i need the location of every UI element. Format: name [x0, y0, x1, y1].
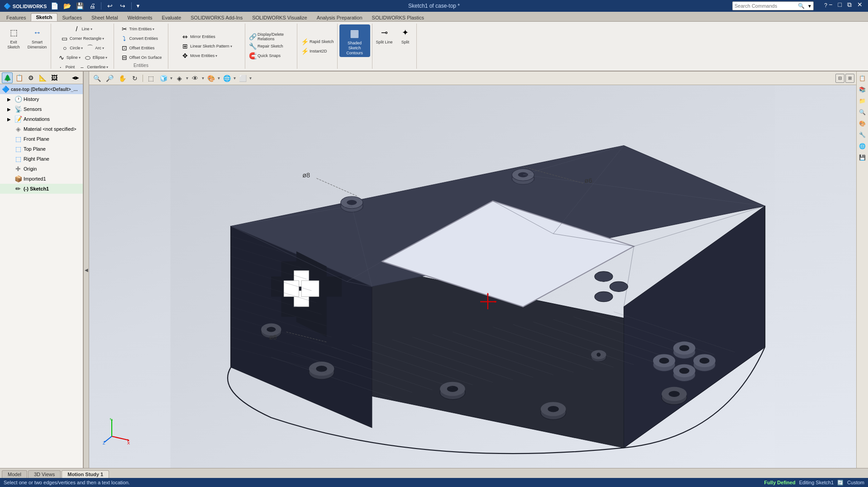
tab-solidworks-add-ins[interactable]: SOLIDWORKS Add-Ins — [186, 14, 247, 21]
panel-options-btn[interactable]: ◀▶ — [70, 72, 81, 83]
split-btn[interactable]: ✦ Split — [396, 24, 415, 46]
quick-access-redo[interactable]: ↪ — [118, 1, 128, 11]
feature-tree-btn[interactable]: 🌲 — [2, 72, 13, 83]
trim-entities-btn[interactable]: ✂ Trim Entities ▾ — [119, 24, 156, 33]
search-input[interactable] — [733, 3, 796, 9]
quick-access-open[interactable]: 📂 — [62, 1, 72, 11]
tree-item-sketch1[interactable]: ▶ ✏ (-) Sketch1 — [0, 184, 83, 194]
right-panel-btn-3[interactable]: 📁 — [858, 96, 868, 106]
tab-weldments[interactable]: Weldments — [123, 14, 157, 21]
property-manager-btn[interactable]: 📋 — [14, 72, 24, 83]
quick-access-new[interactable]: 📄 — [49, 1, 59, 11]
quick-access-print[interactable]: 🖨 — [87, 1, 97, 11]
tree-item-annotations[interactable]: ▶ 📝 Annotations — [0, 114, 83, 124]
tab-sheet-metal[interactable]: Sheet Metal — [87, 14, 123, 21]
left-panel: 🌲 📋 ⚙ 📐 🖼 ◀▶ 🔷 case-top (Default<<Defaul… — [0, 72, 84, 468]
restore-view-btn[interactable]: ⊞ — [845, 74, 854, 83]
tab-analysis-preparation[interactable]: Analysis Preparation — [312, 14, 367, 21]
zoom-in-btn[interactable]: 🔎 — [104, 72, 115, 84]
tab-model[interactable]: Model — [2, 470, 27, 478]
linear-sketch-pattern-btn[interactable]: ⊞ Linear Sketch Pattern ▾ — [180, 42, 234, 51]
pan-btn[interactable]: ✋ — [116, 72, 128, 84]
split-line-btn[interactable]: ⊸ Split Line — [374, 24, 395, 46]
zoom-to-fit-btn[interactable]: 🔍 — [91, 72, 103, 84]
titlebar: 🔷 SOLIDWORKS 📄 📂 💾 🖨 ↩ ↪ ▼ Sketch1 of ca… — [0, 0, 868, 12]
search-icon[interactable]: 🔍 — [796, 3, 806, 9]
centerline-btn[interactable]: -- Centerline ▾ — [76, 62, 110, 72]
display-style-btn[interactable]: ◈ — [173, 72, 185, 84]
smart-dimension-btn[interactable]: ↔ Smart Dimension — [25, 24, 49, 51]
quick-access-undo[interactable]: ↩ — [105, 1, 115, 11]
scene-btn[interactable]: 🌐 — [221, 72, 233, 84]
minimize-btn[interactable]: − — [827, 1, 834, 9]
offset-entities-btn[interactable]: ⊡ Offset Entities — [119, 43, 156, 53]
close-btn[interactable]: ✕ — [855, 1, 864, 9]
feature-tree: 🔷 case-top (Default<<Default>_Display S … — [0, 84, 83, 468]
tab-solidworks-visualize[interactable]: SOLIDWORKS Visualize — [248, 14, 311, 21]
tab-features[interactable]: Features — [2, 14, 30, 21]
convert-entities-btn[interactable]: ⤵ Convert Entities — [119, 34, 160, 43]
tab-motion-study[interactable]: Motion Study 1 — [62, 470, 109, 478]
tree-item-material[interactable]: ▶ ◈ Material <not specified> — [0, 124, 83, 134]
selection-filter[interactable]: ▼ — [135, 3, 140, 9]
panel-collapse[interactable]: ◀ — [84, 72, 89, 468]
restore-btn[interactable]: □ — [836, 1, 844, 9]
shaded-sketch-contours-btn[interactable]: ▦ Shaded Sketch Contours — [339, 24, 370, 57]
viewport[interactable]: ø8 ø6 ø6 X Y — [89, 85, 856, 468]
circle-btn[interactable]: ○ Circle ▾ — [59, 43, 84, 53]
maximize-btn[interactable]: ⧉ — [845, 1, 854, 9]
mirror-entities-btn[interactable]: ⇔ Mirror Entities — [180, 32, 217, 41]
right-panel-btn-7[interactable]: 🌐 — [858, 141, 868, 151]
tree-root[interactable]: 🔷 case-top (Default<<Default>_Display S — [0, 84, 83, 94]
right-panel-btn-2[interactable]: 📚 — [858, 85, 868, 95]
offset-on-surface-btn[interactable]: ⊟ Offset On Surface — [119, 53, 163, 62]
editing-status: Editing Sketch1 — [799, 480, 834, 485]
corner-rect-btn[interactable]: ▭ Corner Rectangle ▾ — [59, 34, 106, 43]
tab-sketch[interactable]: Sketch — [31, 13, 57, 21]
tree-item-top-plane[interactable]: ▶ ⬚ Top Plane — [0, 144, 83, 154]
appearances-btn[interactable]: 🎨 — [205, 72, 217, 84]
svg-point-63 — [548, 406, 558, 412]
line-btn[interactable]: / Line ▾ — [71, 24, 93, 33]
tree-item-right-plane[interactable]: ▶ ⬚ Right Plane — [0, 154, 83, 164]
tree-item-front-plane[interactable]: ▶ ⬚ Front Plane — [0, 134, 83, 144]
tab-solidworks-plastics[interactable]: SOLIDWORKS Plastics — [367, 14, 429, 21]
svg-text:ø6: ø6 — [585, 177, 592, 184]
tab-3d-views[interactable]: 3D Views — [28, 470, 61, 478]
search-dropdown[interactable]: ▼ — [806, 4, 813, 9]
configuration-manager-btn[interactable]: ⚙ — [25, 72, 36, 83]
move-entities-btn[interactable]: ✥ Move Entities ▾ — [180, 51, 219, 60]
exit-sketch-btn[interactable]: ⬚ Exit Sketch — [3, 24, 24, 51]
tab-surfaces[interactable]: Surfaces — [58, 14, 86, 21]
svg-text:Y: Y — [109, 418, 112, 421]
rotate-btn[interactable]: ↻ — [129, 72, 141, 84]
standard-views-btn[interactable]: ⬚ — [145, 72, 157, 84]
tree-item-origin[interactable]: ▶ ✚ Origin — [0, 164, 83, 174]
hide-show-btn[interactable]: 👁 — [189, 72, 201, 84]
tree-item-history[interactable]: ▶ 🕐 History — [0, 94, 83, 104]
rapid-sketch-btn[interactable]: ⚡ Rapid Sketch — [299, 37, 335, 46]
right-panel-btn-8[interactable]: 💾 — [858, 153, 868, 162]
right-panel-btn-4[interactable]: 🔍 — [858, 107, 868, 117]
ellipse-btn[interactable]: ⬭ Ellipse ▾ — [82, 53, 109, 62]
instant2d-btn[interactable]: ⚡ Instant2D — [299, 47, 329, 56]
tree-item-sensors[interactable]: ▶ 📡 Sensors — [0, 104, 83, 114]
dim-xpert-btn[interactable]: 📐 — [37, 72, 48, 83]
right-panel-btn-5[interactable]: 🎨 — [858, 119, 868, 129]
quick-snaps-btn[interactable]: 🧲 Quick Snaps — [247, 51, 282, 60]
display-delete-relations-btn[interactable]: 🔗 Display/Delete Relations — [247, 32, 295, 41]
point-btn[interactable]: · Point — [55, 62, 76, 72]
right-panel-btn-6[interactable]: 🔧 — [858, 130, 868, 140]
tab-evaluate[interactable]: Evaluate — [157, 14, 186, 21]
arc-btn[interactable]: ⌒ Arc ▾ — [85, 43, 105, 53]
right-panel-btn-1[interactable]: 📋 — [858, 73, 868, 83]
normal-to-btn[interactable]: ⊟ — [835, 74, 844, 83]
spline-btn[interactable]: ∿ Spline ▾ — [56, 53, 82, 62]
tree-item-imported1[interactable]: ▶ 📦 Imported1 — [0, 174, 83, 184]
viewport-btn[interactable]: ⬜ — [237, 72, 248, 84]
view-orientation-btn[interactable]: 🧊 — [157, 72, 169, 84]
status-bar: Select one or two edges/vertices and the… — [0, 478, 868, 487]
display-manager-btn[interactable]: 🖼 — [49, 72, 60, 83]
quick-access-save[interactable]: 💾 — [75, 1, 85, 11]
repair-sketch-btn[interactable]: 🔧 Repair Sketch — [247, 42, 285, 51]
